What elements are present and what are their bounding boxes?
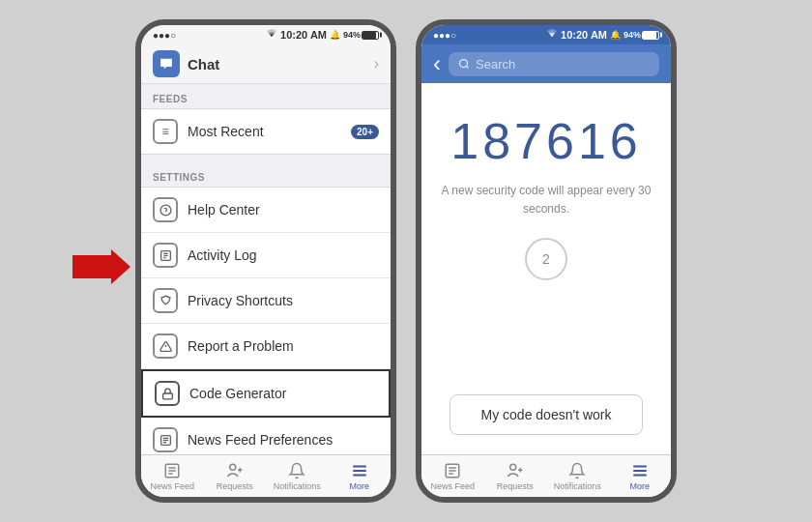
right-phone: ●●●○ 10:20 AM 🔔 94% ‹ xyxy=(416,19,677,503)
time-display: 10:20 AM xyxy=(280,29,327,41)
right-signal-icon: ●●●○ xyxy=(433,30,456,41)
right-tab-notifications[interactable]: Notifications xyxy=(546,455,609,497)
right-wifi-icon xyxy=(546,29,558,41)
red-arrow xyxy=(72,249,130,288)
tab-requests[interactable]: Requests xyxy=(204,455,267,497)
left-phone-content: FEEDS ≡ Most Recent 20+ SETTINGS Help Ce… xyxy=(141,84,391,454)
chat-icon xyxy=(153,50,180,77)
nav-arrow: › xyxy=(374,55,379,72)
privacy-shortcuts-label: Privacy Shortcuts xyxy=(188,293,379,308)
code-generator-icon xyxy=(155,381,180,406)
right-tab-requests-label: Requests xyxy=(497,481,534,491)
report-problem-icon xyxy=(153,334,178,359)
most-recent-item[interactable]: ≡ Most Recent 20+ xyxy=(141,108,391,155)
battery-indicator: 94% xyxy=(343,30,379,40)
feeds-section-header: FEEDS xyxy=(141,84,391,108)
activity-log-item[interactable]: Activity Log xyxy=(141,233,391,278)
left-nav-bar: Chat › xyxy=(141,44,391,84)
report-problem-item[interactable]: Report a Problem xyxy=(141,324,391,369)
right-tab-notifications-label: Notifications xyxy=(554,481,601,491)
tab-news-feed-label: News Feed xyxy=(150,481,194,491)
svg-rect-8 xyxy=(162,392,172,398)
battery-pct: 94% xyxy=(343,30,361,40)
svg-point-1 xyxy=(160,205,171,216)
right-status-bar: ●●●○ 10:20 AM 🔔 94% xyxy=(421,25,671,44)
help-center-icon xyxy=(153,197,178,222)
left-phone: ●●●○ 10:20 AM 🔔 94% xyxy=(135,19,396,503)
help-center-label: Help Center xyxy=(188,202,379,218)
svg-marker-0 xyxy=(72,249,130,284)
most-recent-badge: 20+ xyxy=(351,125,379,139)
privacy-shortcuts-icon xyxy=(153,288,178,313)
right-tab-news-feed-label: News Feed xyxy=(430,481,475,491)
code-subtitle: A new security code will appear every 30… xyxy=(441,182,652,218)
right-alarm-icon: 🔔 xyxy=(610,30,621,40)
code-generator-label: Code Generator xyxy=(189,386,377,401)
tab-notifications-label: Notifications xyxy=(274,481,321,491)
most-recent-icon: ≡ xyxy=(153,119,178,144)
tab-notifications[interactable]: Notifications xyxy=(266,455,329,497)
right-tab-bar: News Feed Requests Notifications More xyxy=(421,454,671,497)
right-time-display: 10:20 AM xyxy=(561,29,607,41)
wifi-icon xyxy=(266,29,277,41)
svg-point-19 xyxy=(230,464,236,470)
code-generator-item[interactable]: Code Generator xyxy=(141,369,391,418)
most-recent-label: Most Recent xyxy=(188,124,341,139)
signal-icon: ●●●○ xyxy=(153,30,176,41)
help-center-item[interactable]: Help Center xyxy=(141,188,391,233)
news-feed-pref-icon xyxy=(153,427,178,452)
code-section: 187616 A new security code will appear e… xyxy=(421,83,671,454)
tab-news-feed[interactable]: News Feed xyxy=(141,455,204,497)
right-tab-requests[interactable]: Requests xyxy=(484,455,547,497)
activity-log-label: Activity Log xyxy=(188,247,379,263)
code-doesnt-work-button[interactable]: My code doesn't work xyxy=(450,394,643,435)
settings-list: Help Center Activity Log P xyxy=(141,187,391,454)
right-tab-more-label: More xyxy=(629,481,650,491)
left-tab-bar: News Feed Requests Notifications More xyxy=(141,454,391,497)
right-nav-bar: ‹ Search xyxy=(421,44,671,83)
timer-circle: 2 xyxy=(525,238,567,280)
privacy-shortcuts-item[interactable]: Privacy Shortcuts xyxy=(141,278,391,324)
activity-log-icon xyxy=(153,243,178,268)
timer-value: 2 xyxy=(542,251,550,267)
right-battery-pct: 94% xyxy=(624,30,641,40)
tab-requests-label: Requests xyxy=(217,481,253,491)
back-button[interactable]: ‹ xyxy=(433,50,441,77)
left-status-bar: ●●●○ 10:20 AM 🔔 94% xyxy=(141,25,391,44)
news-feed-pref-label: News Feed Preferences xyxy=(188,432,379,448)
security-code: 187616 xyxy=(450,112,642,170)
svg-point-28 xyxy=(510,464,516,470)
right-tab-more[interactable]: More xyxy=(609,455,672,497)
svg-point-23 xyxy=(460,60,468,68)
alarm-icon: 🔔 xyxy=(330,30,340,40)
nav-title: Chat xyxy=(188,56,366,72)
right-tab-news-feed[interactable]: News Feed xyxy=(421,455,484,497)
search-placeholder: Search xyxy=(476,57,515,72)
settings-section-header: SETTINGS xyxy=(141,162,391,187)
news-feed-pref-item[interactable]: News Feed Preferences xyxy=(141,418,391,454)
tab-more-label: More xyxy=(349,481,369,491)
report-problem-label: Report a Problem xyxy=(188,338,379,354)
right-battery: 94% xyxy=(624,30,659,40)
tab-more[interactable]: More xyxy=(329,455,392,497)
search-bar[interactable]: Search xyxy=(449,52,659,76)
